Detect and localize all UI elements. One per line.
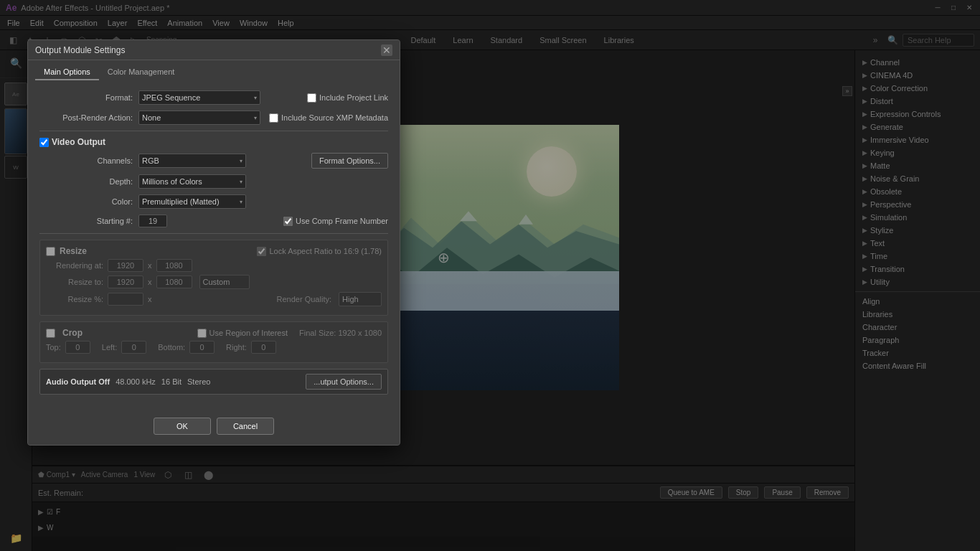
video-output-section: Video Output — [39, 137, 388, 147]
lock-aspect-group: Lock Aspect Ratio to 16:9 (1.78) — [257, 247, 382, 256]
format-dropdown[interactable]: JPEG Sequence ▾ — [138, 90, 260, 105]
video-output-checkbox-group: Video Output — [39, 137, 105, 147]
rendering-at-label: Rendering at: — [46, 261, 103, 270]
use-roi-group: Use Region of Interest — [197, 329, 288, 338]
rendering-width-input[interactable] — [108, 259, 143, 272]
resize-pct-row: Resize %: x Render Quality: High — [46, 292, 382, 306]
format-label: Format: — [39, 93, 133, 102]
resize-custom-value: Custom — [203, 278, 230, 286]
divider-resize — [39, 233, 388, 234]
dialog-close-button[interactable]: ✕ — [381, 44, 392, 56]
lock-aspect-label: Lock Aspect Ratio to 16:9 (1.78) — [269, 247, 382, 255]
channels-row: Channels: RGB ▾ Format Options... — [39, 153, 388, 169]
post-render-arrow: ▾ — [254, 115, 257, 121]
include-xmp-label: Include Source XMP Metadata — [281, 113, 388, 122]
resize-to-height-input[interactable] — [156, 276, 192, 288]
dialog-tab-main-options[interactable]: Main Options — [35, 65, 99, 80]
format-dropdown-arrow: ▾ — [254, 95, 257, 101]
top-label: Top: — [46, 343, 61, 352]
rendering-x-label: x — [148, 261, 152, 270]
bottom-input[interactable] — [189, 341, 215, 354]
depth-label: Depth: — [39, 177, 133, 186]
right-label: Right: — [226, 343, 247, 352]
post-render-value: None — [142, 113, 161, 122]
include-project-link-group: Include Project Link — [307, 93, 388, 103]
depth-row: Depth: Millions of Colors ▾ — [39, 174, 388, 189]
use-comp-frame-checkbox[interactable] — [283, 217, 293, 226]
render-quality-label: Render Quality: — [277, 295, 331, 303]
resize-to-row: Resize to: x Custom — [46, 275, 382, 289]
starting-hash-row: Starting #: Use Comp Frame Number — [39, 215, 388, 227]
crop-header-row: Crop Use Region of Interest Final Size: … — [46, 328, 382, 338]
post-render-label: Post-Render Action: — [39, 113, 133, 122]
crop-checkbox[interactable] — [46, 329, 55, 338]
resize-pct-x-sep: x — [148, 295, 152, 303]
include-project-link-checkbox[interactable] — [307, 93, 316, 103]
color-label: Color: — [39, 197, 133, 206]
color-row: Color: Premultiplied (Matted) ▾ — [39, 194, 388, 209]
cancel-button[interactable]: Cancel — [217, 418, 274, 435]
resize-checkbox[interactable] — [46, 247, 55, 256]
use-roi-label: Use Region of Interest — [209, 329, 288, 337]
audio-khz-label: 48.000 kHz — [116, 377, 156, 386]
resize-section: Resize Lock Aspect Ratio to 16:9 (1.78) … — [39, 240, 388, 316]
right-input[interactable] — [251, 341, 276, 354]
dialog-titlebar: Output Module Settings ✕ — [28, 40, 400, 60]
audio-bit-label: 16 Bit — [161, 377, 182, 386]
resize-to-x-label: x — [148, 278, 152, 286]
resize-label-text: Resize — [60, 246, 87, 256]
channels-label: Channels: — [39, 156, 133, 165]
include-xmp-group: Include Source XMP Metadata — [269, 113, 388, 123]
depth-arrow: ▾ — [240, 179, 242, 185]
dialog-tab-color-management[interactable]: Color Management — [99, 65, 184, 80]
crop-section: Crop Use Region of Interest Final Size: … — [39, 321, 388, 363]
dialog-footer: OK Cancel — [28, 410, 400, 445]
use-comp-frame-group: Use Comp Frame Number — [283, 217, 388, 226]
render-quality-value: High — [342, 295, 359, 303]
crop-label-text: Crop — [62, 328, 83, 338]
rendering-at-row: Rendering at: x — [46, 259, 382, 272]
resize-pct-label: Resize %: — [46, 295, 103, 303]
include-project-link-label: Include Project Link — [319, 93, 388, 102]
dialog-title: Output Module Settings — [35, 45, 125, 55]
audio-output-label: Audio Output Off — [46, 377, 110, 386]
top-input[interactable] — [65, 341, 90, 354]
include-xmp-checkbox[interactable] — [269, 113, 278, 123]
depth-value: Millions of Colors — [142, 177, 202, 186]
video-output-label: Video Output — [52, 137, 105, 147]
post-render-row: Post-Render Action: None ▾ Include Sourc… — [39, 110, 388, 125]
crop-values-row: Top: Left: Bottom: Right: — [46, 341, 382, 354]
left-input[interactable] — [121, 341, 146, 354]
left-label: Left: — [102, 343, 117, 352]
ok-button[interactable]: OK — [154, 418, 211, 435]
depth-dropdown[interactable]: Millions of Colors ▾ — [138, 174, 246, 189]
format-options-button[interactable]: Format Options... — [311, 153, 388, 169]
render-quality-dropdown[interactable]: High — [339, 292, 382, 306]
resize-to-width-input[interactable] — [108, 276, 143, 288]
audio-section: Audio Output Off 48.000 kHz 16 Bit Stere… — [39, 369, 388, 395]
post-render-dropdown[interactable]: None ▾ — [138, 110, 260, 125]
color-value: Premultiplied (Matted) — [142, 197, 220, 206]
rendering-height-input[interactable] — [156, 259, 192, 272]
resize-header-row: Resize Lock Aspect Ratio to 16:9 (1.78) — [46, 246, 382, 256]
resize-pct-w-input[interactable] — [108, 293, 143, 306]
dialog-overlay: Output Module Settings ✕ Main Options Co… — [0, 0, 980, 551]
channels-value: RGB — [142, 156, 159, 165]
dialog-body: Format: JPEG Sequence ▾ Include Project … — [28, 80, 400, 410]
color-arrow: ▾ — [240, 199, 242, 205]
starting-hash-label: Starting #: — [39, 217, 133, 225]
resize-custom-dropdown[interactable]: Custom — [199, 275, 250, 289]
use-roi-checkbox[interactable] — [197, 329, 207, 338]
divider-main — [39, 131, 388, 131]
bottom-label: Bottom: — [158, 343, 185, 352]
lock-aspect-checkbox[interactable] — [257, 247, 266, 256]
starting-hash-input[interactable] — [138, 215, 167, 227]
channels-dropdown[interactable]: RGB ▾ — [138, 154, 246, 168]
dialog-tabs: Main Options Color Management — [28, 60, 400, 80]
color-dropdown[interactable]: Premultiplied (Matted) ▾ — [138, 194, 246, 209]
channels-arrow: ▾ — [240, 158, 242, 164]
audio-stereo-label: Stereo — [187, 377, 210, 386]
video-output-checkbox[interactable] — [39, 138, 49, 147]
audio-options-button[interactable]: ...utput Options... — [306, 374, 382, 390]
final-size-label: Final Size: 1920 x 1080 — [299, 329, 382, 337]
